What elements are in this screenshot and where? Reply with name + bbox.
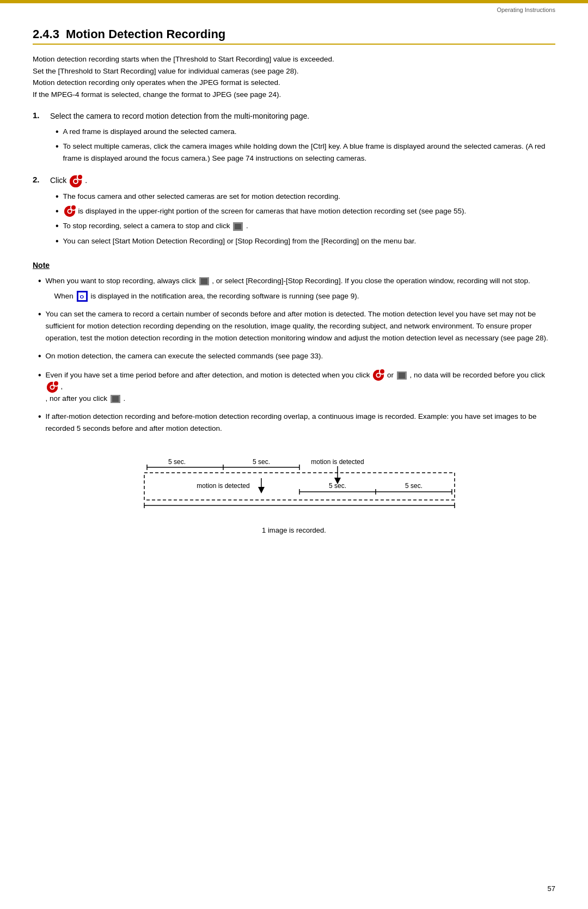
step-2-bullet-3: To stop recording, select a camera to st… xyxy=(56,220,555,232)
motion-rec-icon-note4b xyxy=(47,382,58,393)
svg-point-7 xyxy=(68,210,71,213)
step-2-bullet-1: The focus camera and other selected came… xyxy=(56,191,555,203)
svg-text:5 sec.: 5 sec. xyxy=(253,458,270,466)
note-title: Note xyxy=(33,261,555,270)
svg-point-26 xyxy=(53,382,57,385)
step-1-number: 1. xyxy=(33,111,50,120)
step-1-bullets: A red frame is displayed around the sele… xyxy=(56,126,555,164)
section-number: 2.4.3 xyxy=(33,27,59,41)
step-2-bullet-3-text: To stop recording, select a camera to st… xyxy=(63,220,555,232)
top-bar xyxy=(0,0,588,3)
step-2-main: Click . xyxy=(50,174,555,187)
stop-icon-note1 xyxy=(199,277,209,285)
step-1-bullet-2-text: To select multiple cameras, click the ca… xyxy=(63,141,555,164)
timeline-diagram: 5 sec. 5 sec. motion is detected 5 sec. … xyxy=(131,451,457,522)
intro-line-1: Motion detection recording starts when t… xyxy=(33,55,334,63)
step-2-bullet-2: is displayed in the upper-right portion … xyxy=(56,205,555,217)
svg-text:5 sec.: 5 sec. xyxy=(329,482,346,490)
notification-icon: O xyxy=(77,291,88,302)
svg-text:5 sec.: 5 sec. xyxy=(405,482,422,490)
svg-rect-22 xyxy=(399,373,405,379)
note-bullet-1-before: When you want to stop recording, always … xyxy=(46,277,196,285)
step-1-main: Select the camera to record motion detec… xyxy=(50,110,555,122)
step-1-bullet-1-text: A red frame is displayed around the sele… xyxy=(63,126,555,138)
note-bullet-1-text: When you want to stop recording, always … xyxy=(46,275,555,302)
note-bullet-4-text: Even if you have set a time period befor… xyxy=(46,369,555,405)
note-bullet-2: You can set the camera to record a certa… xyxy=(38,308,555,344)
step-2-main-suffix: . xyxy=(85,176,87,185)
step-2-bullet-4-text: You can select [Start Motion Detection R… xyxy=(63,235,555,247)
step-1: 1. Select the camera to record motion de… xyxy=(33,110,555,167)
note-bullet-3-text: On motion detection, the camera can exec… xyxy=(46,350,555,362)
svg-rect-13 xyxy=(201,278,207,284)
svg-point-2 xyxy=(74,180,77,183)
stop-icon xyxy=(233,222,243,231)
step-2-bullet-2-text: is displayed in the upper-right portion … xyxy=(63,205,555,217)
note-bullet-5-text: If after-motion detection recording and … xyxy=(46,411,555,434)
note-bullet-1-indented-text: is displayed in the notification area, t… xyxy=(90,292,359,300)
step-2-bullet-2-txt: is displayed in the upper-right portion … xyxy=(78,207,466,215)
step-2-bullets: The focus camera and other selected came… xyxy=(56,191,555,248)
step-2-main-prefix: Click xyxy=(50,176,66,185)
note-bullet-4: Even if you have set a time period befor… xyxy=(38,369,555,405)
motion-rec-icon-2 xyxy=(64,206,75,217)
intro-text: Motion detection recording starts when t… xyxy=(33,53,555,100)
step-1-bullet-2: To select multiple cameras, click the ca… xyxy=(56,141,555,164)
note-bullet-1: When you want to stop recording, always … xyxy=(38,275,555,302)
svg-text:motion is detected: motion is detected xyxy=(311,458,364,466)
note-bullets-list: When you want to stop recording, always … xyxy=(38,275,555,434)
svg-point-20 xyxy=(381,371,383,373)
intro-line-3: Motion detection recording only operates… xyxy=(33,78,280,87)
note-bullet-2-text: You can set the camera to record a certa… xyxy=(46,308,555,344)
section-title-text: Motion Detection Recording xyxy=(66,27,225,41)
timeline-svg: 5 sec. 5 sec. motion is detected 5 sec. … xyxy=(131,451,457,522)
step-1-bullet-1: A red frame is displayed around the sele… xyxy=(56,126,555,138)
svg-point-8 xyxy=(71,206,74,210)
svg-point-25 xyxy=(51,386,53,388)
intro-line-4: If the MPEG-4 format is selected, change… xyxy=(33,90,281,99)
svg-rect-11 xyxy=(235,224,241,229)
section-title: 2.4.3Motion Detection Recording xyxy=(33,27,555,45)
stop-icon-note4b xyxy=(111,395,120,403)
motion-rec-icon xyxy=(70,175,82,187)
svg-point-4 xyxy=(78,176,80,179)
svg-text:motion is detected: motion is detected xyxy=(197,482,249,490)
step-2-number: 2. xyxy=(33,175,50,184)
svg-text:O: O xyxy=(79,294,84,300)
step-2: 2. Click . The focus came xyxy=(33,174,555,250)
svg-text:5 sec.: 5 sec. xyxy=(168,458,186,466)
note-bullet-1-indented: When O is displayed in the notification … xyxy=(54,290,555,302)
svg-rect-29 xyxy=(112,396,119,402)
stop-icon-note4 xyxy=(397,371,407,380)
diagram-label: 1 image is recorded. xyxy=(131,526,457,534)
note-bullet-5: If after-motion detection recording and … xyxy=(38,411,555,434)
step-1-content: Select the camera to record motion detec… xyxy=(50,110,555,167)
svg-point-3 xyxy=(77,175,81,179)
svg-point-27 xyxy=(54,382,56,385)
page-number: 57 xyxy=(548,884,555,893)
note-bullet-3: On motion detection, the camera can exec… xyxy=(38,350,555,362)
svg-point-18 xyxy=(377,374,380,376)
note-bullet-1-after: , or select [Recording]-[Stop Recording]… xyxy=(212,277,530,285)
header-label: Operating Instructions xyxy=(497,7,555,13)
svg-point-9 xyxy=(71,207,74,209)
svg-point-19 xyxy=(380,370,383,373)
note-section: Note When you want to stop recording, al… xyxy=(33,261,555,434)
step-2-bullet-1-text: The focus camera and other selected came… xyxy=(63,191,555,203)
motion-rec-icon-note4a xyxy=(373,370,384,381)
step-2-bullet-4: You can select [Start Motion Detection R… xyxy=(56,235,555,247)
step-2-content: Click . The focus camera and other selec… xyxy=(50,174,555,250)
intro-line-2: Set the [Threshold to Start Recording] v… xyxy=(33,67,299,75)
